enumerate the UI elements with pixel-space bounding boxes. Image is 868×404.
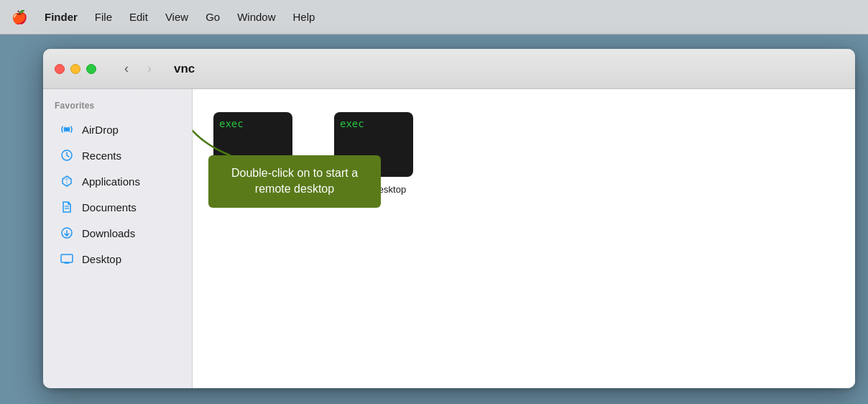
file-area: exec thpc-desktop-vnc exec LaunchDesktop <box>193 89 855 388</box>
menu-edit[interactable]: Edit <box>129 11 148 23</box>
recents-icon <box>59 147 75 163</box>
sidebar-section-favorites: Favorites <box>43 101 192 116</box>
svg-rect-5 <box>61 254 73 262</box>
file-item-launchdesktop[interactable]: exec LaunchDesktop Double-click on to st… <box>331 112 417 195</box>
annotation-text: Double-click on to start a remote deskto… <box>231 167 358 195</box>
menu-file[interactable]: File <box>95 11 112 23</box>
sidebar: Favorites AirDrop <box>43 89 193 388</box>
close-button[interactable] <box>55 64 65 74</box>
annotation-box: Double-click on to start a remote deskto… <box>208 155 381 208</box>
sidebar-label-applications: Applications <box>82 175 140 188</box>
sidebar-label-airdrop: AirDrop <box>82 124 119 136</box>
traffic-lights <box>55 64 96 74</box>
sidebar-item-desktop[interactable]: Desktop <box>47 246 188 272</box>
annotation-container: Double-click on to start a remote deskto… <box>208 155 381 208</box>
desktop-icon <box>59 251 75 267</box>
menu-window[interactable]: Window <box>237 11 275 23</box>
toolbar: ‹ › vnc <box>43 49 855 89</box>
menu-help[interactable]: Help <box>293 11 315 23</box>
apple-menu-icon[interactable]: 🍎 <box>11 9 27 25</box>
annotation-arrow-svg <box>193 98 251 162</box>
breadcrumb-folder: vnc <box>174 62 195 76</box>
sidebar-label-documents: Documents <box>82 201 137 214</box>
sidebar-label-downloads: Downloads <box>82 227 135 239</box>
downloads-icon <box>59 225 75 241</box>
forward-button[interactable]: › <box>139 59 160 79</box>
sidebar-item-recents[interactable]: Recents <box>47 142 188 168</box>
svg-point-0 <box>65 127 69 132</box>
applications-icon <box>59 173 75 189</box>
files-container: exec thpc-desktop-vnc exec LaunchDesktop <box>210 106 838 195</box>
finder-window: ‹ › vnc Favorites AirDrop <box>43 49 855 388</box>
maximize-button[interactable] <box>86 64 96 74</box>
nav-buttons: ‹ › <box>116 59 160 79</box>
menu-finder[interactable]: Finder <box>45 11 78 23</box>
menu-go[interactable]: Go <box>206 11 220 23</box>
documents-icon <box>59 199 75 215</box>
sidebar-item-downloads[interactable]: Downloads <box>47 220 188 246</box>
airdrop-icon <box>59 121 75 137</box>
exec-label-launch: exec <box>340 118 364 129</box>
menubar: 🍎 Finder File Edit View Go Window Help <box>0 0 868 35</box>
back-button[interactable]: ‹ <box>116 59 137 79</box>
sidebar-item-applications[interactable]: Applications <box>47 168 188 194</box>
menu-view[interactable]: View <box>165 11 188 23</box>
sidebar-item-airdrop[interactable]: AirDrop <box>47 116 188 142</box>
content-area: Favorites AirDrop <box>43 89 855 388</box>
sidebar-label-recents: Recents <box>82 150 121 162</box>
sidebar-label-desktop: Desktop <box>82 253 121 265</box>
sidebar-item-documents[interactable]: Documents <box>47 194 188 220</box>
minimize-button[interactable] <box>70 64 80 74</box>
